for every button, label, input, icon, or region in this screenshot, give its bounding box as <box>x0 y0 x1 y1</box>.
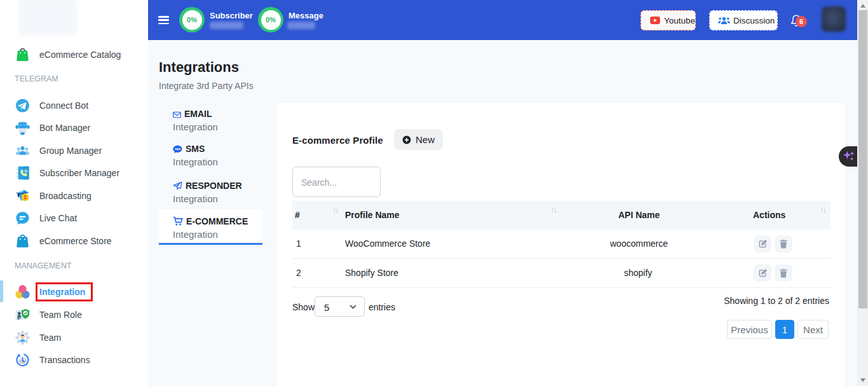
svg-text:SMS: SMS <box>175 148 180 151</box>
svg-text:1: 1 <box>24 195 27 200</box>
